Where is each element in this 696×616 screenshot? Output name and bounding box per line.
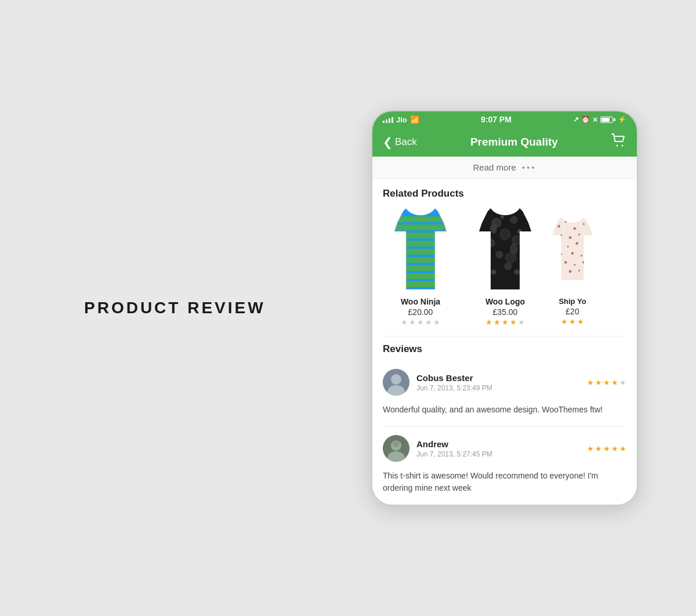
svg-rect-12 [479, 208, 531, 289]
review-item-2: Andrew Jun 7, 2013, 5:27:45 PM ★ ★ ★ ★ ★… [383, 427, 626, 505]
svg-point-50 [391, 374, 401, 385]
product-price-3: £20 [566, 307, 579, 316]
avatar-2 [383, 435, 409, 462]
location-icon: ↗ [573, 115, 579, 124]
svg-point-40 [560, 253, 562, 255]
nav-bar: ❮ Back Premium Quality [372, 128, 637, 157]
svg-point-41 [571, 252, 574, 255]
product-card-2[interactable]: Woo Logo £35.00 ★ ★ ★ ★ ★ [467, 205, 543, 327]
divider [383, 336, 626, 336]
product-card-3[interactable]: Ship Yo £20 ★ ★ ★ [552, 205, 593, 327]
svg-point-30 [565, 221, 567, 223]
product-image-1 [386, 205, 455, 292]
phone-mockup: Jio 📶 9:07 PM ↗ ⏰ ⨯ ⚡ ❮ Back [371, 110, 638, 506]
product-stars-3: ★ ★ ★ [561, 317, 584, 326]
reviews-section: Reviews Cobus Bester J [372, 336, 637, 505]
related-products-title: Related Products [372, 179, 637, 205]
svg-point-42 [581, 255, 582, 256]
review-meta-2: Andrew Jun 7, 2013, 5:27:45 PM [416, 439, 580, 458]
svg-rect-4 [394, 224, 447, 230]
review-stars-2: ★ ★ ★ ★ ★ [587, 444, 626, 453]
star-2-2: ★ [494, 318, 501, 327]
battery-icon [600, 117, 615, 123]
back-button[interactable]: ❮ Back [383, 135, 417, 149]
reviewer-name-1: Cobus Bester [416, 373, 580, 383]
svg-point-14 [510, 216, 517, 223]
review-date-2: Jun 7, 2013, 5:27:45 PM [416, 450, 580, 458]
phone-frame: Jio 📶 9:07 PM ↗ ⏰ ⨯ ⚡ ❮ Back [371, 110, 638, 506]
svg-point-37 [567, 246, 569, 248]
star-1-1: ★ [401, 318, 408, 327]
bluetooth-icon: ⨯ [592, 115, 598, 124]
review-text-2: This t-shirt is awesome! Would recommend… [383, 468, 626, 497]
back-chevron-icon: ❮ [383, 135, 393, 149]
star-1-3: ★ [417, 318, 424, 327]
review-header-2: Andrew Jun 7, 2013, 5:27:45 PM ★ ★ ★ ★ ★ [383, 435, 626, 462]
svg-point-15 [500, 229, 510, 240]
svg-point-47 [569, 270, 572, 273]
read-more-bar[interactable]: Read more ••• [372, 157, 637, 179]
svg-rect-3 [394, 216, 447, 222]
read-more-text: Read more [473, 162, 516, 172]
svg-point-26 [491, 270, 496, 274]
star-2-5: ★ [518, 318, 525, 327]
svg-rect-6 [394, 241, 447, 247]
product-price-2: £35.00 [493, 307, 518, 317]
svg-point-1 [621, 145, 623, 147]
reviews-title: Reviews [383, 343, 626, 361]
svg-point-17 [512, 235, 521, 245]
svg-point-18 [496, 251, 503, 258]
review-meta-1: Cobus Bester Jun 7, 2013, 5:23:49 PM [416, 373, 580, 392]
svg-point-43 [564, 261, 567, 264]
main-content: Related Products [372, 179, 637, 505]
product-name-3: Ship Yo [559, 297, 586, 306]
review-header-1: Cobus Bester Jun 7, 2013, 5:23:49 PM ★ ★… [383, 369, 626, 396]
svg-point-0 [616, 145, 618, 147]
status-right: ↗ ⏰ ⨯ ⚡ [573, 115, 626, 124]
product-card-1[interactable]: Woo Ninja £20.00 ★ ★ ★ ★ ★ [383, 205, 458, 327]
alarm-icon: ⏰ [581, 115, 590, 124]
nav-title: Premium Quality [470, 136, 558, 148]
svg-point-36 [555, 243, 558, 246]
star-1-2: ★ [409, 318, 416, 327]
star-3-2: ★ [569, 317, 576, 326]
product-price-1: £20.00 [408, 307, 433, 317]
page-label: PRODUCT REVIEW [84, 299, 266, 317]
svg-point-38 [575, 242, 578, 245]
svg-point-44 [574, 264, 575, 266]
star-2-4: ★ [510, 318, 517, 327]
product-stars-2: ★ ★ ★ ★ ★ [485, 318, 525, 327]
svg-point-24 [485, 249, 491, 255]
svg-point-31 [574, 227, 577, 230]
avatar-1 [383, 369, 409, 396]
star-1-4: ★ [425, 318, 432, 327]
svg-point-45 [582, 261, 585, 264]
svg-point-21 [510, 244, 517, 254]
status-left: Jio 📶 [383, 115, 419, 124]
svg-rect-5 [394, 233, 447, 238]
product-image-2 [470, 205, 540, 292]
back-label: Back [395, 136, 417, 148]
svg-point-55 [393, 440, 400, 447]
status-time: 9:07 PM [481, 115, 512, 124]
review-item-1: Cobus Bester Jun 7, 2013, 5:23:49 PM ★ ★… [383, 361, 626, 427]
svg-point-29 [557, 225, 560, 228]
product-image-3 [552, 205, 593, 292]
svg-rect-9 [394, 265, 447, 271]
svg-point-34 [569, 236, 572, 239]
product-name-2: Woo Logo [485, 297, 525, 306]
cart-button[interactable] [611, 133, 626, 151]
star-3-1: ★ [561, 317, 568, 326]
review-date-1: Jun 7, 2013, 5:23:49 PM [416, 384, 580, 392]
svg-point-32 [583, 223, 585, 225]
svg-rect-11 [394, 281, 447, 287]
svg-rect-10 [394, 273, 447, 279]
star-3-3: ★ [577, 317, 584, 326]
svg-point-48 [578, 270, 580, 271]
svg-point-22 [501, 215, 504, 219]
svg-rect-7 [394, 249, 447, 255]
review-text-1: Wonderful quality, and an awesome design… [383, 401, 626, 418]
svg-point-16 [487, 239, 495, 247]
products-list: Woo Ninja £20.00 ★ ★ ★ ★ ★ [372, 205, 637, 336]
svg-point-25 [504, 262, 512, 270]
